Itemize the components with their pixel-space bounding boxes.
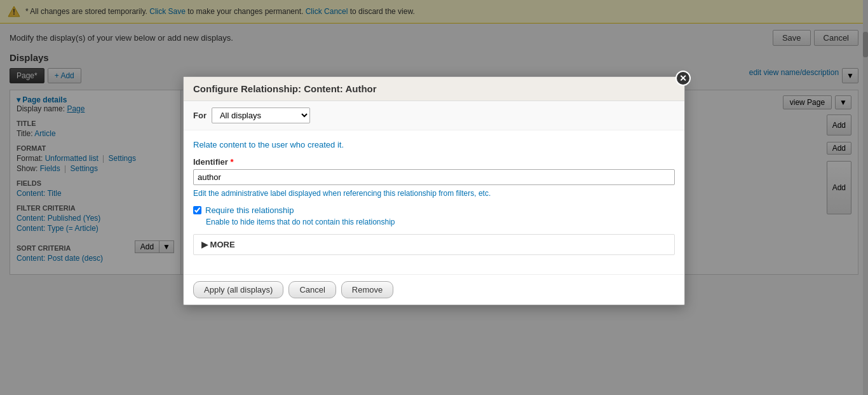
require-checkbox[interactable] (193, 206, 201, 214)
configure-relationship-modal: Configure Relationship: Content: Author … (183, 76, 685, 305)
modal-body: Relate content to the user who created i… (184, 130, 684, 274)
more-section: ▶ MORE (193, 234, 675, 255)
modal-header: Configure Relationship: Content: Author … (184, 77, 684, 101)
modal-overlay: Configure Relationship: Content: Author … (0, 0, 868, 395)
modal-for-row: For All displays This page (override) (184, 101, 684, 130)
identifier-input[interactable] (193, 169, 675, 185)
modal-close-button[interactable]: ✕ (675, 71, 691, 86)
require-relationship-row: Require this relationship (193, 205, 675, 215)
modal-title: Configure Relationship: Content: Author (193, 83, 377, 94)
required-star: * (231, 157, 234, 167)
more-toggle[interactable]: ▶ MORE (201, 240, 667, 249)
modal-for-select[interactable]: All displays This page (override) (212, 107, 310, 123)
modal-description: Relate content to the user who created i… (193, 140, 675, 149)
apply-button[interactable]: Apply (all displays) (193, 281, 283, 298)
remove-button[interactable]: Remove (341, 281, 393, 298)
modal-for-label: For (193, 111, 207, 120)
modal-footer: Apply (all displays) Cancel Remove (184, 274, 684, 305)
require-checkbox-label[interactable]: Require this relationship (205, 205, 294, 215)
identifier-hint: Edit the administrative label displayed … (193, 189, 675, 198)
identifier-label: Identifier * (193, 157, 675, 167)
require-hint: Enable to hide items that do not contain… (206, 218, 675, 226)
modal-cancel-button[interactable]: Cancel (288, 281, 336, 298)
